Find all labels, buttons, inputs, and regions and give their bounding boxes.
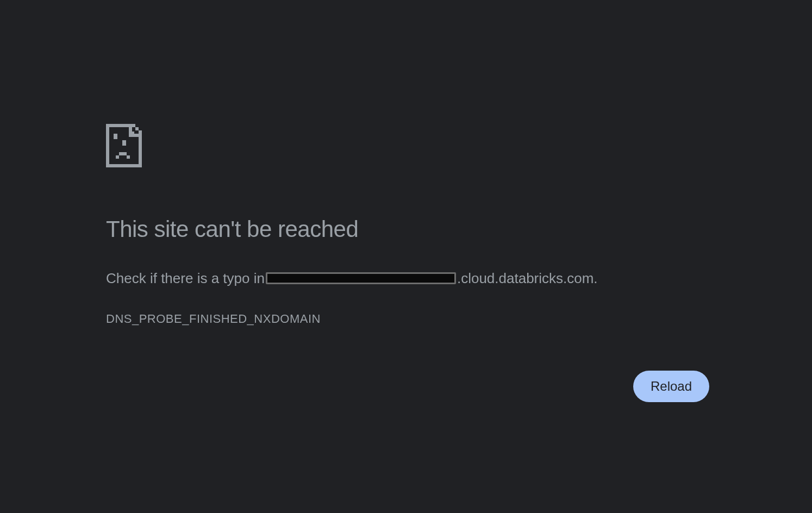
svg-rect-1 — [135, 127, 139, 130]
error-message-suffix: .cloud.databricks.com. — [457, 268, 598, 288]
error-code: DNS_PROBE_FINISHED_NXDOMAIN — [106, 312, 704, 326]
error-page-container: This site can't be reached Check if ther… — [106, 124, 704, 326]
svg-rect-2 — [139, 130, 142, 134]
error-title: This site can't be reached — [106, 216, 704, 242]
error-message-prefix: Check if there is a typo in — [106, 268, 265, 288]
svg-rect-0 — [132, 124, 135, 127]
svg-rect-6 — [119, 152, 127, 155]
error-icon-wrap — [106, 124, 704, 167]
svg-rect-3 — [114, 134, 117, 139]
sad-file-icon — [106, 124, 142, 167]
svg-rect-7 — [127, 155, 130, 159]
svg-rect-4 — [122, 140, 126, 146]
reload-button[interactable]: Reload — [633, 371, 709, 402]
svg-rect-5 — [116, 155, 119, 159]
redacted-hostname — [266, 272, 456, 284]
error-message: Check if there is a typo in .cloud.datab… — [106, 268, 704, 288]
